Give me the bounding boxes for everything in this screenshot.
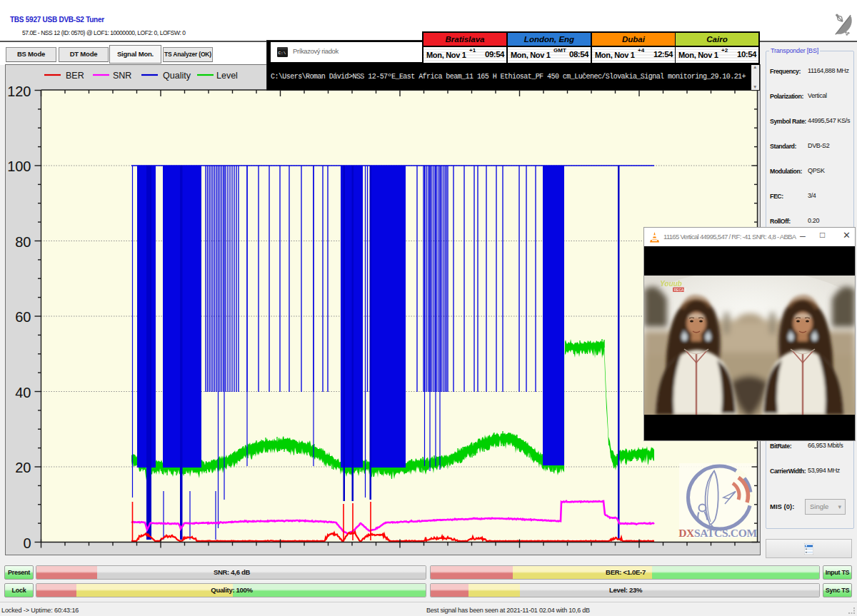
svg-text:RECAP: RECAP xyxy=(674,288,687,292)
svg-text:100: 100 xyxy=(7,158,31,174)
svg-text:60: 60 xyxy=(15,309,31,325)
svg-text:80: 80 xyxy=(15,234,31,250)
svg-text:0: 0 xyxy=(23,535,31,551)
svg-text:DXSATCS.COM: DXSATCS.COM xyxy=(678,527,757,539)
svg-text:120: 120 xyxy=(7,84,31,99)
svg-text:Youub: Youub xyxy=(660,280,682,288)
svg-text:C:\: C:\ xyxy=(279,51,286,56)
svg-text:BER: BER xyxy=(66,71,84,81)
svg-text:Quality: Quality xyxy=(163,71,191,81)
svg-text:SNR: SNR xyxy=(113,71,131,81)
svg-text:40: 40 xyxy=(15,385,31,400)
svg-text:Level: Level xyxy=(216,71,238,81)
svg-text:20: 20 xyxy=(15,460,31,475)
